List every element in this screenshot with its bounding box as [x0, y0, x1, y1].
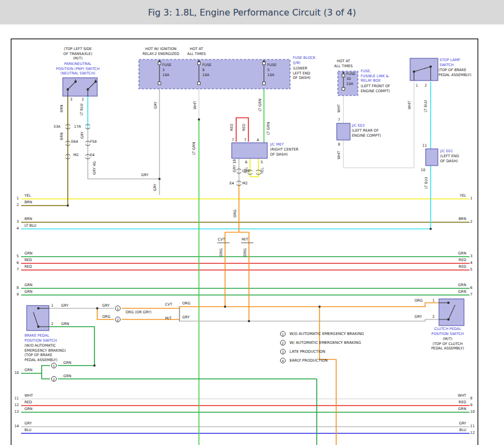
legend-item: 1 W/O AUTOMATIC EMERGENCY BRAKING [280, 331, 364, 337]
fuse-block-name: FUSE BLOCK (J/B) [293, 56, 316, 65]
fuse-block-location: (LOWER LEFT END OF DASH) [293, 66, 311, 81]
wire-color-label: RED [24, 264, 32, 269]
pin-number: 8 [12, 286, 19, 291]
wire-color-label: BRN [59, 97, 64, 119]
fuse-amp: 10A [346, 82, 353, 87]
pin-number: 6 [470, 286, 477, 291]
legend-text: LATE PRODUCTION [290, 349, 325, 354]
pin-number: 12 [470, 431, 477, 436]
jc-m07-name: J/C M07 [270, 142, 284, 147]
fuse-number: 8 [202, 68, 204, 73]
pin-number: 2 [51, 322, 53, 327]
pin-number: 14 [12, 424, 19, 429]
wire-color-label: WHT [443, 393, 466, 398]
pin-number: 10 [12, 371, 19, 376]
option-marker-1: 1 [115, 306, 121, 311]
jc-e01-location: (LEFT END OF DASH) [440, 154, 459, 163]
wire-color-label: RED [443, 400, 466, 405]
power-source-label: HOT AT ALL TIMES [330, 59, 357, 68]
pin-number: 1 [470, 196, 477, 201]
pnp-location-label: (TOP LEFT SIDE OF TRANSAXLE) (M/T) [42, 47, 114, 61]
wire-color-label: GRY [153, 94, 158, 116]
stop-lamp-name: STOP LAMP SWITCH [440, 58, 460, 67]
wire-color-label: LT GRN [192, 137, 197, 159]
legend-item: 4 EARLY PRODUCTION [280, 358, 328, 363]
wire-color-label: BLU [24, 428, 32, 433]
wire-color-label: WHT [24, 393, 33, 398]
pin-number: 9 [470, 403, 477, 408]
connector-code: F59 [90, 139, 97, 144]
fuse-number: 5 [267, 68, 270, 73]
pin-number: 4 [12, 226, 19, 231]
jc-e01-name: J/C E01 [440, 149, 453, 154]
legend-marker-4: 4 [280, 358, 286, 363]
clutch-switch-name: CLUTCH PEDAL POSITION SWITCH [421, 327, 474, 336]
wire-color-label: GRN [63, 374, 71, 379]
pin-number: 6 [12, 261, 19, 266]
diagram-labels: (TOP LEFT SIDE OF TRANSAXLE) (M/T) PARK/… [0, 0, 504, 445]
connector-code: M2 [73, 153, 79, 158]
legend-marker-1: 1 [280, 331, 286, 337]
pin-number: 11 [12, 396, 19, 401]
pnp-name-label: PARK/NEUTRAL POSITION (PNP) SWITCH (NEUT… [42, 62, 114, 76]
fuse-label: FUSE [267, 63, 277, 68]
wire-color-label: LT GRN [266, 117, 271, 139]
legend-text: W/ AUTOMATIC EMERGENCY BRAKING [290, 341, 361, 345]
legend-text: W/O AUTOMATIC EMERGENCY BRAKING [290, 332, 364, 336]
wire-color-label: GRY [102, 303, 109, 308]
pin-number: 7 [470, 292, 477, 297]
stop-lamp-location: (TOP OF BRAKE PEDAL ASSEMBLY) [438, 68, 471, 77]
wire-color-label: LT BLU [423, 95, 428, 117]
wire-color-label: GRN [61, 322, 69, 327]
pin-number: 7 [232, 138, 234, 143]
wire-color-label: LT BLU [424, 172, 429, 194]
fuse-number: 30 [346, 77, 351, 82]
fuse-number: 3 [162, 68, 164, 73]
pin-number: 7 [338, 118, 340, 123]
mt-option-label: M/T [165, 316, 172, 321]
fuse-amp: 10A [162, 73, 169, 78]
wire-color-label: LT BLU [79, 98, 84, 121]
pin-number: 7 [244, 138, 246, 143]
pin-number: 13 [12, 409, 19, 414]
wire-color-label: RED [443, 258, 466, 263]
wire-color-label: GRN [443, 407, 466, 412]
jc-e03-name: J/C E03 [352, 123, 365, 128]
wire-color-label: GRN [24, 407, 32, 412]
wire-color-label: GRY [443, 421, 466, 426]
option-marker-2: 2 [51, 376, 57, 382]
wire-color-label: BLU [443, 428, 466, 433]
option-marker-2: 2 [115, 317, 121, 322]
pin-number: 1 [416, 83, 418, 88]
pin-number: 1 [51, 303, 53, 308]
wire-color-label: BRN [24, 217, 32, 222]
option-marker-1: 1 [51, 363, 57, 368]
pin-number: 2 [425, 83, 427, 88]
wire-code-label: GRY 18 [232, 154, 237, 177]
wire-color-label: GRY [24, 421, 32, 426]
wire-color-label: GRY [80, 124, 85, 146]
legend-marker-2: 2 [280, 340, 286, 346]
pnp-pin-3: 3 [70, 97, 72, 102]
pin-number: 11 [470, 424, 477, 429]
wire-color-label: ORG [219, 241, 224, 263]
pin-number: 11 [422, 143, 427, 148]
brake-switch-name: BRAKE PEDAL POSITION SWITCH [24, 333, 57, 343]
pin-number: 5 [470, 267, 477, 272]
wire-color-label: ORG (OR GRY) [126, 310, 152, 315]
cvt-option-label: CVT [165, 302, 172, 307]
legend-item: 2 W/ AUTOMATIC EMERGENCY BRAKING [280, 340, 361, 346]
wire-color-label: ORG [102, 314, 111, 319]
wire-color-label: GRN [443, 289, 466, 294]
fuse-label: FUSE [202, 63, 212, 68]
wire-color-label: WHT [407, 94, 412, 116]
wire-color-label: GRN [24, 289, 32, 294]
pin-number: 9 [12, 292, 19, 297]
fuse-label: FUSE [162, 63, 172, 68]
wire-color-label: RED [24, 400, 32, 405]
wire-color-label: ORG [243, 241, 248, 263]
wire-color-label: GRN [24, 283, 32, 288]
pin-number: 10 [470, 409, 477, 414]
pin-number: 2 [432, 314, 435, 319]
legend-marker-3: 3 [280, 349, 286, 354]
